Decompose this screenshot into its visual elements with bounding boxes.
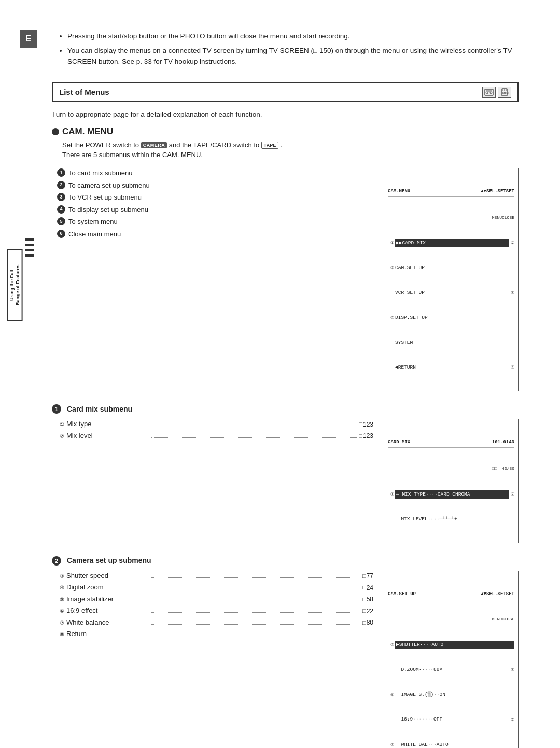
lcd-menuclose: MENUCLOSE xyxy=(388,616,514,623)
cam-menu-lcd-col: CAM.MENU ▲▼SEL.SETSET MENUCLOSE ① ▶▶CARD… xyxy=(384,168,519,391)
list-of-menus-bar: List of Menus MEM xyxy=(52,82,519,102)
svg-text:MEM: MEM xyxy=(502,92,509,95)
list-item: 5 To system menu xyxy=(57,217,373,227)
list-of-menus-icons: MEM xyxy=(482,87,511,98)
card-mix-list-col: ① Mix type 123 ② Mix level 123 xyxy=(52,419,373,543)
lcd-row: ① ─ MIX TYPE····CARD CHROMA ② xyxy=(388,490,514,499)
cam-menu-title: CAM. MENU xyxy=(52,126,519,137)
camera-setup-lcd: CAM.SET UP ▲▼SEL.SETSET MENUCLOSE ③ ▶SHU… xyxy=(384,571,519,748)
lcd-header-right: 101-0143 xyxy=(492,439,514,446)
list-item: ⑧ Return xyxy=(57,629,373,639)
list-item: 2 To camera set up submenu xyxy=(57,180,373,191)
camera-setup-title: 2 Camera set up submenu xyxy=(52,556,519,566)
lcd-row: ③ CAM.SET UP xyxy=(388,264,514,272)
cassette-icon xyxy=(482,87,496,98)
cam-menu-list-col: 1 To card mix submenu 2 To camera set up… xyxy=(52,168,373,391)
list-item: ① Mix type 123 xyxy=(57,419,373,429)
list-item: 1 To card mix submenu xyxy=(57,168,373,178)
lcd-sub-header: □□ 43/50 xyxy=(388,465,514,472)
lcd-row: ◀RETURN ⑥ xyxy=(388,363,514,372)
cam-menu-two-col: 1 To card mix submenu 2 To camera set up… xyxy=(52,168,519,391)
camera-setup-two-col: ③ Shutter speed 77 ④ Digital zoom 24 ⑤ I… xyxy=(52,571,519,748)
card-mix-two-col: ① Mix type 123 ② Mix level 123 xyxy=(52,419,519,543)
e-label: E xyxy=(20,30,37,48)
camera-setup-section: 2 Camera set up submenu ③ Shutter speed … xyxy=(52,556,519,748)
lcd-row: ③ ▶SHUTTER····AUTO xyxy=(388,641,514,649)
lcd-row: MIX LEVEL····─┴┴┴┴+ xyxy=(388,515,514,524)
camera-setup-list-col: ③ Shutter speed 77 ④ Digital zoom 24 ⑤ I… xyxy=(52,571,373,748)
lcd-row: ⑤ DISP.SET UP xyxy=(388,314,514,322)
lcd-row: 16:9·······OFF ⑥ xyxy=(388,715,514,724)
cam-menu-list: 1 To card mix submenu 2 To camera set up… xyxy=(57,168,373,239)
list-item: ⑤ Image stabilizer 58 xyxy=(57,594,373,604)
svg-point-1 xyxy=(486,92,488,94)
lcd-row: ① ▶▶CARD MIX ② xyxy=(388,239,514,247)
list-item: 6 Close main menu xyxy=(57,229,373,239)
list-item: ③ Shutter speed 77 xyxy=(57,571,373,581)
list-item: ④ Digital zoom 24 xyxy=(57,582,373,592)
tape-badge: TAPE xyxy=(261,142,278,149)
page-container: E Using the Full Range of Features Press… xyxy=(0,0,560,748)
list-item: ⑦ White balance 80 xyxy=(57,617,373,628)
card-mix-lcd-col: CARD MIX 101-0143 □□ 43/50 ① ─ MIX TYPE·… xyxy=(384,419,519,543)
card-icon: MEM xyxy=(498,87,511,98)
cam-menu-lcd: CAM.MENU ▲▼SEL.SETSET MENUCLOSE ① ▶▶CARD… xyxy=(384,168,519,391)
list-item: ② Mix level 123 xyxy=(57,431,373,441)
svg-rect-3 xyxy=(486,90,492,92)
card-mix-lcd: CARD MIX 101-0143 □□ 43/50 ① ─ MIX TYPE·… xyxy=(384,419,519,543)
card-mix-title: 1 Card mix submenu xyxy=(52,404,519,414)
intro-bullet-1: Pressing the start/stop button or the PH… xyxy=(67,31,519,41)
list-item: 4 To display set up submenu xyxy=(57,205,373,215)
lcd-row: VCR SET UP ④ xyxy=(388,289,514,297)
lcd-row: ⑦ WHITE BAL···AUTO xyxy=(388,741,514,748)
side-label: Using the Full Range of Features xyxy=(9,249,21,321)
camera-badge: CAMERA xyxy=(141,142,167,148)
svg-point-2 xyxy=(490,92,492,94)
lcd-row: ⑤ IMAGE S.(▒)··ON xyxy=(388,690,514,699)
list-item: ⑥ 16:9 effect 22 xyxy=(57,605,373,616)
sidebar-lines xyxy=(25,238,34,257)
bullet-circle xyxy=(52,128,59,135)
camera-setup-lcd-col: CAM.SET UP ▲▼SEL.SETSET MENUCLOSE ③ ▶SHU… xyxy=(384,571,519,748)
intro-bullets: Pressing the start/stop button or the PH… xyxy=(57,31,519,67)
lcd-header-right: ▲▼SEL.SETSET xyxy=(481,590,514,598)
card-mix-list: ① Mix type 123 ② Mix level 123 xyxy=(57,419,373,441)
lcd-header-right: ▲▼SEL.SETSET xyxy=(481,188,514,195)
lcd-row: SYSTEM xyxy=(388,338,514,347)
list-item: 3 To VCR set up submenu xyxy=(57,192,373,203)
lcd-row: D.ZOOM·····88× ④ xyxy=(388,666,514,674)
lcd-header-left: CAM.SET UP xyxy=(388,590,416,598)
lcd-menuclose: MENUCLOSE xyxy=(388,215,514,221)
card-mix-section: 1 Card mix submenu ① Mix type 123 ② Mix … xyxy=(52,404,519,543)
camera-setup-list: ③ Shutter speed 77 ④ Digital zoom 24 ⑤ I… xyxy=(57,571,373,639)
lcd-header-left: CARD MIX xyxy=(388,439,410,446)
list-of-menus-title: List of Menus xyxy=(59,88,109,96)
turn-text: Turn to appropriate page for a detailed … xyxy=(52,110,519,118)
intro-bullet-2: You can display the menus on a connected… xyxy=(67,46,519,67)
power-switch-line: Set the POWER switch to CAMERA and the T… xyxy=(62,141,519,149)
submenu-count: There are 5 submenus within the CAM. MEN… xyxy=(62,151,519,159)
lcd-header-left: CAM.MENU xyxy=(388,188,410,195)
